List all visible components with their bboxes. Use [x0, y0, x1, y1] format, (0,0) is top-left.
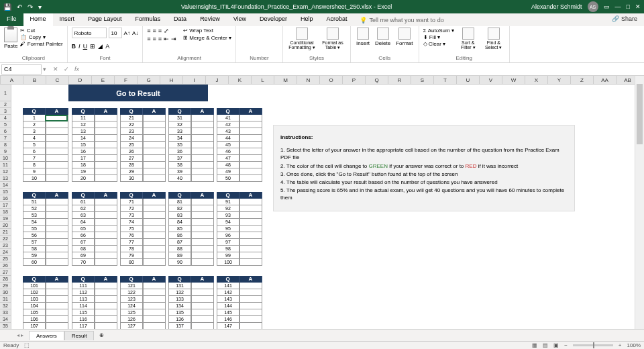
- tab-acrobat[interactable]: Acrobat: [320, 13, 354, 26]
- a-cell[interactable]: [95, 246, 117, 252]
- a-cell[interactable]: [95, 175, 117, 182]
- row-header-32[interactable]: 32: [0, 303, 11, 309]
- zoom-slider[interactable]: [573, 344, 613, 346]
- a-cell[interactable]: [239, 289, 262, 296]
- a-cell[interactable]: [46, 142, 68, 148]
- a-cell[interactable]: [239, 121, 262, 128]
- a-cell[interactable]: [95, 303, 117, 309]
- col-header-K[interactable]: K: [229, 76, 252, 84]
- a-cell[interactable]: [143, 121, 166, 128]
- a-cell[interactable]: [46, 316, 68, 323]
- row-header-24[interactable]: 24: [0, 249, 11, 256]
- a-cell[interactable]: [191, 239, 214, 246]
- vertical-scrollbar[interactable]: [635, 76, 644, 329]
- row-header-13[interactable]: 13: [0, 175, 11, 182]
- a-cell[interactable]: [191, 121, 214, 128]
- col-header-D[interactable]: D: [69, 76, 92, 84]
- col-header-O[interactable]: O: [320, 76, 343, 84]
- a-cell[interactable]: [239, 259, 262, 266]
- grow-font-icon[interactable]: A↑: [124, 30, 130, 36]
- a-cell[interactable]: [95, 252, 117, 259]
- col-header-L[interactable]: L: [252, 76, 274, 84]
- a-cell[interactable]: [239, 212, 262, 219]
- a-cell[interactable]: [46, 232, 68, 239]
- delete-button[interactable]: Delete: [374, 28, 392, 46]
- a-cell[interactable]: [239, 316, 262, 323]
- a-cell[interactable]: [239, 246, 262, 252]
- col-header-S[interactable]: S: [411, 76, 434, 84]
- col-header-I[interactable]: I: [183, 76, 206, 84]
- macro-record-icon[interactable]: ⬚: [24, 342, 30, 348]
- col-header-H[interactable]: H: [160, 76, 183, 84]
- find-select-button[interactable]: Find & Select ▾: [482, 28, 505, 50]
- a-cell[interactable]: [95, 316, 117, 323]
- a-cell[interactable]: [95, 239, 117, 246]
- a-cell[interactable]: [191, 168, 214, 175]
- a-cell[interactable]: [143, 162, 166, 168]
- a-cell[interactable]: [95, 232, 117, 239]
- row-header-7[interactable]: 7: [0, 135, 11, 142]
- tab-help[interactable]: Help: [294, 13, 320, 26]
- a-cell[interactable]: [46, 135, 68, 142]
- col-header-A[interactable]: A: [1, 76, 23, 84]
- sort-filter-button[interactable]: Sort & Filter ▾: [457, 28, 480, 50]
- a-cell[interactable]: [143, 199, 166, 205]
- a-cell[interactable]: [239, 148, 262, 155]
- a-cell[interactable]: [46, 259, 68, 266]
- a-cell[interactable]: [239, 226, 262, 232]
- a-cell[interactable]: [46, 148, 68, 155]
- a-cell[interactable]: [143, 219, 166, 226]
- share-button[interactable]: 🔗 Share: [605, 13, 644, 26]
- format-painter-button[interactable]: 🖌 Format Painter: [20, 41, 62, 47]
- close-icon[interactable]: ✕: [635, 3, 641, 10]
- a-cell[interactable]: [95, 128, 117, 135]
- conditional-formatting-button[interactable]: Conditional Formatting ▾: [287, 28, 317, 50]
- a-cell[interactable]: [46, 121, 68, 128]
- row-header-10[interactable]: 10: [0, 155, 11, 162]
- a-cell[interactable]: [191, 219, 214, 226]
- a-cell[interactable]: [239, 303, 262, 309]
- col-header-J[interactable]: J: [206, 76, 229, 84]
- a-cell[interactable]: [95, 115, 117, 121]
- enter-formula-icon[interactable]: ✓: [64, 66, 69, 72]
- redo-icon[interactable]: ↷: [28, 3, 33, 11]
- col-header-N[interactable]: N: [297, 76, 320, 84]
- zoom-out-button[interactable]: −: [564, 342, 568, 348]
- a-cell[interactable]: [143, 212, 166, 219]
- view-layout-icon[interactable]: ▤: [543, 342, 548, 348]
- a-cell[interactable]: [239, 175, 262, 182]
- avatar[interactable]: AS: [588, 1, 598, 12]
- a-cell[interactable]: [191, 289, 214, 296]
- row-header-26[interactable]: 26: [0, 262, 11, 269]
- a-cell[interactable]: [143, 232, 166, 239]
- col-header-Q[interactable]: Q: [366, 76, 388, 84]
- view-break-icon[interactable]: ▣: [553, 342, 559, 348]
- tab-developer[interactable]: Developer: [253, 13, 294, 26]
- a-cell[interactable]: [95, 309, 117, 316]
- a-cell[interactable]: [239, 142, 262, 148]
- col-header-AA[interactable]: AA: [594, 76, 616, 84]
- a-cell[interactable]: [95, 226, 117, 232]
- tab-file[interactable]: File: [0, 13, 23, 26]
- a-cell[interactable]: [143, 226, 166, 232]
- a-cell[interactable]: [46, 239, 68, 246]
- wrap-text-button[interactable]: ↩ Wrap Text: [183, 28, 231, 34]
- align-top-icon[interactable]: ≡: [147, 28, 150, 34]
- a-cell[interactable]: [143, 289, 166, 296]
- a-cell[interactable]: [95, 162, 117, 168]
- tab-insert[interactable]: Insert: [53, 13, 82, 26]
- a-cell[interactable]: [46, 205, 68, 212]
- a-cell[interactable]: [191, 259, 214, 266]
- tab-view[interactable]: View: [227, 13, 253, 26]
- font-color-button[interactable]: A: [105, 43, 109, 50]
- row-header-23[interactable]: 23: [0, 242, 11, 249]
- zoom-in-button[interactable]: +: [619, 342, 622, 348]
- a-cell[interactable]: [95, 168, 117, 175]
- a-cell[interactable]: [46, 212, 68, 219]
- a-cell[interactable]: [143, 168, 166, 175]
- fill-button[interactable]: ⬇ Fill ▾: [423, 34, 454, 40]
- row-header-19[interactable]: 19: [0, 215, 11, 222]
- a-cell[interactable]: [46, 252, 68, 259]
- a-cell[interactable]: [46, 162, 68, 168]
- a-cell[interactable]: [239, 252, 262, 259]
